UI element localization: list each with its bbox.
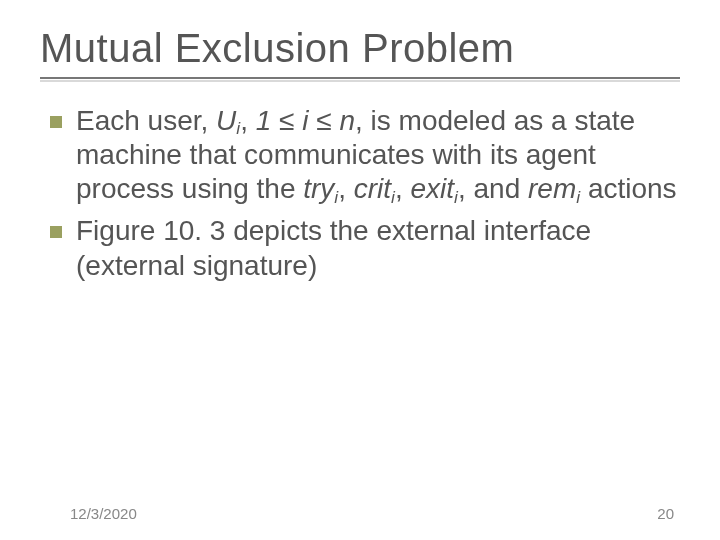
word-crit: crit <box>354 173 391 204</box>
title-underline <box>40 77 680 79</box>
text-run: actions <box>580 173 677 204</box>
text-run: , and <box>458 173 528 204</box>
subscript-i: i <box>576 187 580 207</box>
word-exit: exit <box>411 173 455 204</box>
text-run: , <box>338 173 354 204</box>
footer-date: 12/3/2020 <box>70 505 137 522</box>
var-u: U <box>216 105 236 136</box>
bullet-marker-icon <box>50 226 62 238</box>
subscript-i: i <box>236 118 240 138</box>
footer-page-number: 20 <box>657 505 674 522</box>
slide-body: Each user, Ui, 1 ≤ i ≤ n, is modeled as … <box>0 82 720 283</box>
slide-title: Mutual Exclusion Problem <box>40 26 680 71</box>
word-rem: rem <box>528 173 576 204</box>
bullet-marker-icon <box>50 116 62 128</box>
text-run: , <box>240 105 256 136</box>
text-run: 1 <box>256 105 279 136</box>
text-run: Each user, <box>76 105 216 136</box>
subscript-i: i <box>391 187 395 207</box>
bullet-item: Each user, Ui, 1 ≤ i ≤ n, is modeled as … <box>50 104 686 206</box>
word-try: try <box>303 173 334 204</box>
bullet-item: Figure 10. 3 depicts the external interf… <box>50 214 686 282</box>
bullet-text-1: Each user, Ui, 1 ≤ i ≤ n, is modeled as … <box>76 104 686 206</box>
subscript-i: i <box>454 187 458 207</box>
title-area: Mutual Exclusion Problem <box>0 0 720 82</box>
bullet-text-2: Figure 10. 3 depicts the external interf… <box>76 214 686 282</box>
leq-icon: ≤ <box>316 105 331 136</box>
subscript-i: i <box>334 187 338 207</box>
text-run: , <box>395 173 411 204</box>
leq-icon: ≤ <box>279 105 294 136</box>
slide-footer: 12/3/2020 20 <box>0 505 720 522</box>
var-i: i <box>294 105 316 136</box>
var-n: n <box>332 105 355 136</box>
slide: Mutual Exclusion Problem Each user, Ui, … <box>0 0 720 540</box>
